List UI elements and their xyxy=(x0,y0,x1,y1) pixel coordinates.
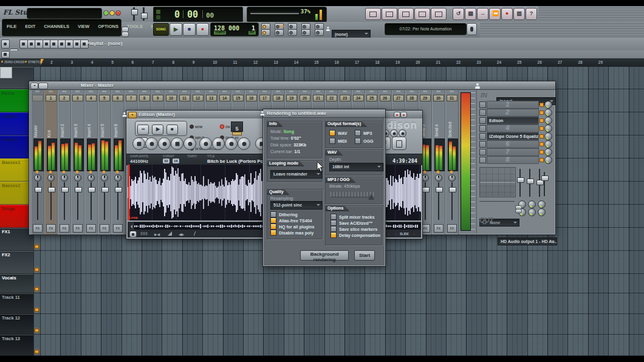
render-dialog-titlebar[interactable]: Rendering to untitled.wav xyxy=(263,109,385,118)
menu-item-options[interactable]: OPTIONS xyxy=(94,19,123,36)
time-mode2-icon[interactable] xyxy=(156,15,160,19)
strip-led[interactable] xyxy=(423,171,426,173)
strip-pan-knob[interactable] xyxy=(435,174,442,182)
slot-led[interactable] xyxy=(540,150,544,154)
checkbox-hq-for-all-plugins[interactable]: HQ for all plugins xyxy=(270,224,314,230)
checkbox-dithering[interactable]: Dithering xyxy=(270,211,314,217)
checkbox[interactable] xyxy=(270,224,276,230)
toolbar-undo-button[interactable]: ↺ xyxy=(453,8,464,20)
toolbar-save-button[interactable]: ▤ xyxy=(465,8,476,20)
checkbox[interactable] xyxy=(355,138,361,144)
playlist-track-track-13[interactable]: Track 13 xyxy=(0,335,33,356)
slot-mix-knob[interactable] xyxy=(544,117,552,125)
eq-graph[interactable] xyxy=(479,167,516,197)
mixer-strip-30[interactable]: INS30Send 4FX xyxy=(432,90,445,234)
slot-plate[interactable]: iZotope Ozone 5 Equalizer xyxy=(487,132,539,140)
edison-snap-button[interactable] xyxy=(212,137,225,150)
mixer-detach-button[interactable] xyxy=(38,83,48,89)
strip-fader[interactable] xyxy=(77,182,78,220)
strip-led[interactable] xyxy=(49,171,52,173)
next-preset-button[interactable] xyxy=(515,209,522,213)
slot-led[interactable] xyxy=(540,126,544,131)
snap-toggle-5[interactable] xyxy=(261,29,270,36)
playlist-track-fx2[interactable]: FX2 xyxy=(0,251,33,274)
rack-out-dropdown[interactable]: HD Audio output 1 - HD Au... xyxy=(498,237,557,245)
eq-knob-2[interactable] xyxy=(538,200,546,208)
rack-slot-2[interactable]: 2 xyxy=(479,109,552,115)
checkbox[interactable] xyxy=(331,226,337,232)
checkbox-delay-compensation[interactable]: Delay compensation xyxy=(331,232,380,238)
checkbox-wav[interactable]: WAV xyxy=(329,130,355,136)
slot-enable-checkbox[interactable] xyxy=(479,117,486,124)
eq-slider-handle[interactable] xyxy=(517,177,524,183)
edison-stop-button[interactable]: ■ xyxy=(166,125,178,135)
edison-zoom-button[interactable] xyxy=(238,137,250,150)
checkbox[interactable] xyxy=(331,214,337,220)
rack-slot-5[interactable]: iZotope Ozone 5 Equalizer xyxy=(479,132,552,139)
snap-markers-icon[interactable]: ▶◀ xyxy=(154,232,160,236)
checkbox-save-slice-markers[interactable]: Save slice markers xyxy=(331,226,380,232)
eq-knob-1[interactable] xyxy=(528,200,536,208)
toolbar-notes-button[interactable]: ▥ xyxy=(513,8,525,20)
edison-save-button[interactable] xyxy=(132,137,145,150)
slot-led[interactable] xyxy=(540,158,544,162)
loop-points-icon[interactable]: ◀▶ xyxy=(179,232,184,236)
talkback-button[interactable] xyxy=(467,23,477,35)
record-mode-now[interactable]: NOW xyxy=(190,121,220,126)
toolbar-mixer-button[interactable] xyxy=(431,8,447,20)
wave-view-icon[interactable] xyxy=(141,232,148,235)
rack-slot-7[interactable]: 7 xyxy=(479,148,552,155)
strip-pan-knob[interactable] xyxy=(74,174,81,182)
checkbox-save-acidized-[interactable]: Save ACIDized™ xyxy=(331,220,380,226)
toolbar-browser-button[interactable] xyxy=(414,8,430,20)
checkbox[interactable] xyxy=(331,220,337,226)
strip-fx-button[interactable]: FX xyxy=(113,224,123,233)
menu-item-edit[interactable]: EDIT xyxy=(21,19,39,36)
slot-mix-knob[interactable] xyxy=(544,148,552,156)
bitrate-slider-handle[interactable] xyxy=(368,191,374,200)
mixer-strip-1[interactable]: INS1KickFX xyxy=(44,90,58,234)
strip-pan-knob[interactable] xyxy=(114,174,122,182)
strip-fx-button[interactable]: FX xyxy=(86,224,96,233)
track-performance-led[interactable] xyxy=(35,329,39,332)
mixer-strip-3[interactable]: INS3Insert 3FX xyxy=(71,90,84,234)
slot-enable-checkbox[interactable] xyxy=(479,125,486,132)
slot-plate[interactable]: 8 xyxy=(487,156,539,164)
slot-plate[interactable]: Edison xyxy=(487,117,539,125)
strip-fx-button[interactable]: FX xyxy=(73,224,83,233)
strip-fx-button[interactable]: FX xyxy=(100,224,109,233)
depth-dropdown[interactable]: 16Bit int xyxy=(329,163,383,171)
checkbox[interactable] xyxy=(270,211,276,217)
strip-led[interactable] xyxy=(89,171,92,173)
checkbox[interactable] xyxy=(329,138,335,144)
menu-grid-button[interactable] xyxy=(129,231,137,237)
edison-menu-button[interactable] xyxy=(128,112,137,118)
tool-select-button[interactable] xyxy=(65,39,74,49)
toolbar-export-button[interactable]: → xyxy=(477,8,488,20)
selection-start-line[interactable] xyxy=(128,165,129,220)
volume-slider-handle[interactable] xyxy=(131,9,138,15)
edison-view-button[interactable] xyxy=(199,137,212,150)
slide-mode-label[interactable]: SLIDE xyxy=(400,232,409,236)
slot-enable-checkbox[interactable] xyxy=(479,157,486,163)
menu-item-view[interactable]: VIEW xyxy=(74,19,94,36)
tool-slip-button[interactable] xyxy=(50,39,58,49)
strip-led[interactable] xyxy=(76,171,78,173)
eq-knob-4[interactable] xyxy=(528,208,536,216)
toolbar-rewind-button[interactable]: ⏪ xyxy=(489,8,501,20)
checkbox-mp3[interactable]: MP3 xyxy=(355,130,380,136)
track-performance-led[interactable] xyxy=(35,308,39,312)
copy-clipboard-button[interactable] xyxy=(392,137,406,150)
format-badge-32[interactable]: 32 xyxy=(163,159,170,163)
mixer-strip-31[interactable]: INS31SelectedFX xyxy=(445,90,459,234)
slot-plate[interactable]: 6 xyxy=(487,140,539,148)
playlist-track-track-11[interactable]: Track 11 xyxy=(0,293,33,314)
loop-record-button[interactable]: ∞ xyxy=(137,125,149,135)
strip-fader[interactable] xyxy=(64,182,65,220)
strip-fx-button[interactable]: FX xyxy=(46,224,56,233)
strip-fader[interactable] xyxy=(50,182,52,220)
checkbox-alias-free-ts404[interactable]: Alias-free TS404 xyxy=(270,217,314,224)
strip-fader[interactable] xyxy=(438,182,439,220)
background-rendering-button[interactable]: Background rendering xyxy=(300,250,349,261)
strip-fader-handle[interactable] xyxy=(75,187,82,193)
